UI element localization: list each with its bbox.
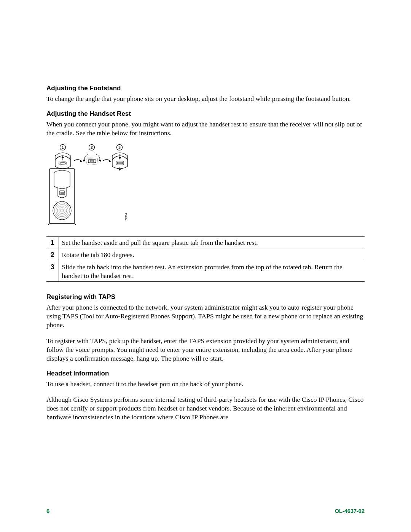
svg-rect-23 [49, 169, 75, 224]
step-text: Slide the tab back into the handset rest… [59, 261, 365, 282]
handset-diagram-svg: 1 2 3 [46, 144, 132, 225]
body-headset-p1: To use a headset, connect it to the head… [46, 380, 365, 388]
svg-marker-9 [62, 156, 64, 158]
handset-diagram: 1 2 3 [46, 144, 365, 227]
step-text: Set the handset aside and pull the squar… [59, 237, 365, 249]
svg-point-30 [57, 206, 67, 215]
section-headset: Headset Information To use a headset, co… [46, 370, 365, 422]
svg-marker-10 [80, 160, 82, 162]
svg-marker-15 [99, 160, 101, 162]
section-taps: Registering with TAPS After your phone i… [46, 293, 365, 363]
steps-table: 1 Set the handset aside and pull the squ… [46, 236, 365, 282]
body-footstand: To change the angle that your phone sits… [46, 94, 365, 103]
body-taps-p2: To register with TAPS, pick up the hands… [46, 337, 365, 363]
heading-footstand: Adjusting the Footstand [46, 85, 365, 92]
page-content: Adjusting the Footstand To change the an… [46, 85, 365, 428]
svg-rect-13 [91, 160, 94, 162]
section-handset: Adjusting the Handset Rest When you conn… [46, 110, 365, 282]
svg-marker-22 [119, 169, 121, 171]
table-row: 2 Rotate the tab 180 degrees. [46, 249, 365, 261]
svg-text:2: 2 [91, 145, 93, 150]
doc-reference: OL-4637-02 [335, 508, 365, 514]
svg-marker-20 [119, 157, 121, 160]
svg-point-27 [53, 201, 71, 220]
step-number: 1 [46, 237, 59, 249]
heading-handset: Adjusting the Handset Rest [46, 110, 365, 118]
page-footer: 6 OL-4637-02 [46, 508, 365, 514]
svg-point-29 [56, 204, 68, 217]
svg-text:3: 3 [118, 145, 121, 150]
svg-rect-7 [60, 163, 65, 164]
figure-label: 77364 [125, 213, 127, 221]
step-text: Rotate the tab 180 degrees. [59, 249, 365, 261]
table-row: 3 Slide the tab back into the handset re… [46, 261, 365, 282]
heading-headset: Headset Information [46, 370, 365, 377]
step-number: 3 [46, 261, 59, 282]
page-number: 6 [46, 508, 49, 514]
svg-rect-12 [88, 160, 96, 163]
section-footstand: Adjusting the Footstand To change the an… [46, 85, 365, 103]
svg-rect-24 [59, 191, 65, 195]
svg-line-34 [75, 224, 77, 225]
body-taps-p1: After your phone is connected to the net… [46, 303, 365, 329]
step-number: 2 [46, 249, 59, 261]
svg-marker-16 [109, 160, 111, 162]
svg-point-31 [59, 208, 65, 214]
body-headset-p2: Although Cisco Systems performs some int… [46, 395, 365, 422]
table-row: 1 Set the handset aside and pull the squ… [46, 237, 365, 249]
svg-marker-14 [83, 160, 85, 162]
svg-text:1: 1 [62, 145, 64, 150]
svg-point-32 [61, 209, 64, 212]
heading-taps: Registering with TAPS [46, 293, 365, 301]
body-handset: When you connect your phone, you might w… [46, 120, 365, 137]
svg-rect-18 [117, 162, 123, 164]
svg-line-33 [47, 224, 49, 225]
svg-point-28 [54, 203, 70, 218]
